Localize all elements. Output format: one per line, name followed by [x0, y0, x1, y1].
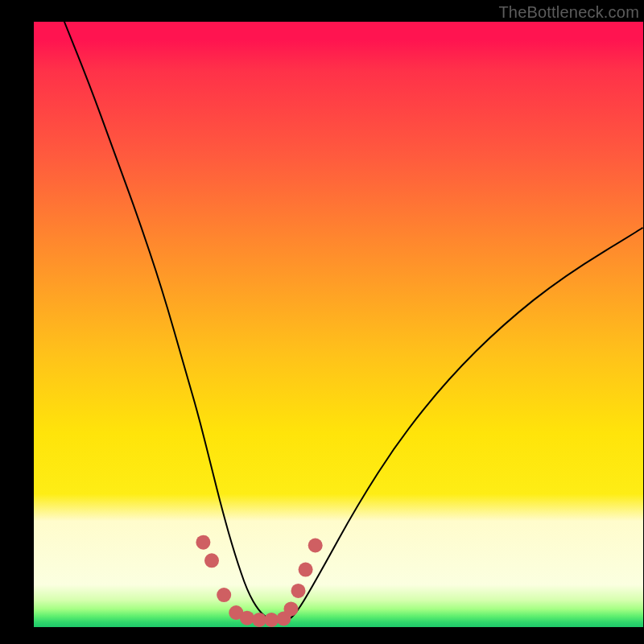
chart-plot-area — [34, 22, 643, 627]
chart-frame: TheBottleneck.com — [0, 0, 644, 644]
watermark-text: TheBottleneck.com — [498, 3, 639, 22]
